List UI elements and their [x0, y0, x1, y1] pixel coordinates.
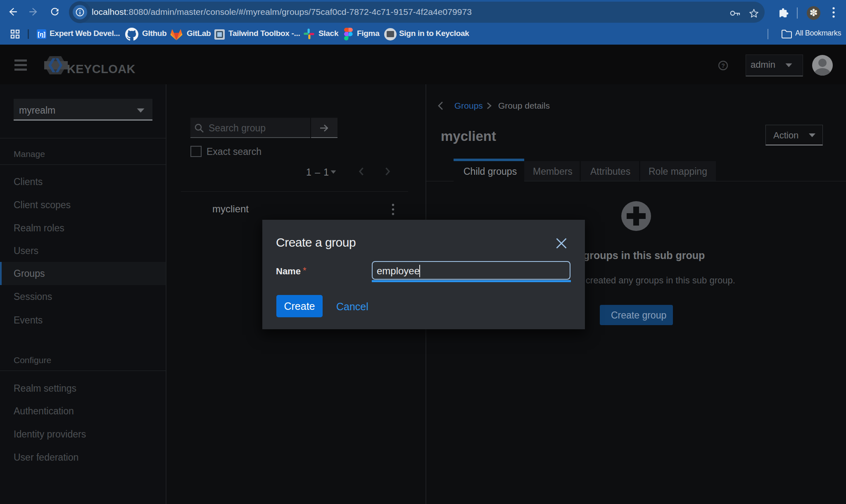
svg-text:?: ? — [721, 62, 725, 69]
